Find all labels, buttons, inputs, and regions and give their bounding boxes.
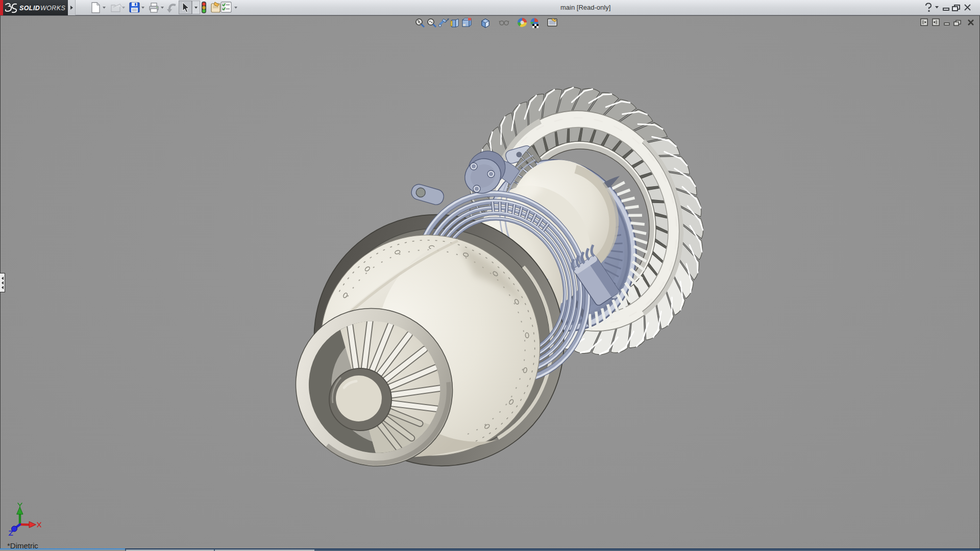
- svg-text:WORKS: WORKS: [40, 5, 65, 12]
- svg-text:SOLID: SOLID: [19, 5, 40, 12]
